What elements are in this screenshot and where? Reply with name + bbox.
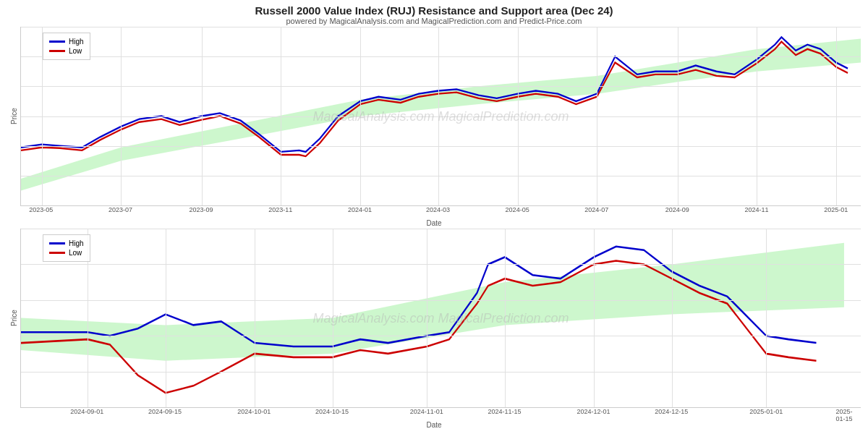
main-title: Russell 2000 Value Index (RUJ) Resistanc… xyxy=(0,4,868,17)
chart2-legend-low: Low xyxy=(69,249,82,257)
chart1-x-tick: 2024-07 xyxy=(584,206,608,213)
chart2-wrapper: Price MagicalAnalysis.com MagicalPredict… xyxy=(7,229,861,430)
chart1-x-tick: 2024-03 xyxy=(426,206,450,213)
chart2-area: Price MagicalAnalysis.com MagicalPredict… xyxy=(7,229,861,408)
charts-container: Price MagicalAnalysis.com MagicalPredict… xyxy=(0,27,868,434)
title-section: Russell 2000 Value Index (RUJ) Resistanc… xyxy=(0,0,868,27)
chart1-x-tick: 2024-11 xyxy=(745,206,769,213)
subtitle: powered by MagicalAnalysis.com and Magic… xyxy=(0,17,868,25)
svg-marker-0 xyxy=(21,38,861,190)
chart1-x-tick: 2024-01 xyxy=(348,206,372,213)
chart2-legend-high: High xyxy=(69,239,84,247)
chart1-wrapper: Price MagicalAnalysis.com MagicalPredict… xyxy=(7,27,861,229)
chart2-x-axis-title: Date xyxy=(7,421,861,430)
chart2-x-tick: 2024-10-15 xyxy=(315,408,349,415)
chart2-x-tick: 2025-01-15 xyxy=(835,408,852,422)
chart2-x-tick: 2024-09-01 xyxy=(70,408,103,415)
chart1-x-tick: 2025-01 xyxy=(824,206,848,213)
chart1-inner: MagicalAnalysis.com MagicalPrediction.co… xyxy=(20,27,861,206)
chart2-x-tick: 2025-01-01 xyxy=(749,408,783,415)
chart1-x-tick: 2024-05 xyxy=(506,206,529,213)
chart2-inner: MagicalAnalysis.com MagicalPrediction.co… xyxy=(20,229,861,408)
chart2-y-label: Price xyxy=(7,229,20,408)
chart1-x-axis: 2023-052023-072023-092023-112024-012024-… xyxy=(20,206,861,219)
chart2-x-tick: 2024-12-15 xyxy=(655,408,688,415)
chart1-legend-low: Low xyxy=(69,47,82,55)
chart2-x-tick: 2024-11-01 xyxy=(410,408,443,415)
chart1-legend: High Low xyxy=(43,33,90,60)
chart1-x-tick: 2023-07 xyxy=(109,206,132,213)
chart1-x-tick: 2023-05 xyxy=(29,206,53,213)
chart2-x-tick: 2024-11-15 xyxy=(488,408,521,415)
chart1-x-tick: 2024-09 xyxy=(665,206,689,213)
chart2-x-axis: 2024-09-012024-09-152024-10-012024-10-15… xyxy=(20,408,861,421)
chart2-x-tick: 2024-12-01 xyxy=(577,408,610,415)
chart2-x-tick: 2024-10-01 xyxy=(237,408,271,415)
chart1-area: Price MagicalAnalysis.com MagicalPredict… xyxy=(7,27,861,206)
chart1-y-label: Price xyxy=(7,27,20,206)
chart1-x-tick: 2023-09 xyxy=(190,206,213,213)
main-container: Russell 2000 Value Index (RUJ) Resistanc… xyxy=(0,0,868,434)
chart1-x-tick: 2023-11 xyxy=(268,206,292,213)
chart2-legend: High Low xyxy=(43,234,90,262)
chart1-x-axis-title: Date xyxy=(7,219,861,229)
chart2-x-tick: 2024-09-15 xyxy=(148,408,182,415)
chart1-legend-high: High xyxy=(69,38,84,46)
